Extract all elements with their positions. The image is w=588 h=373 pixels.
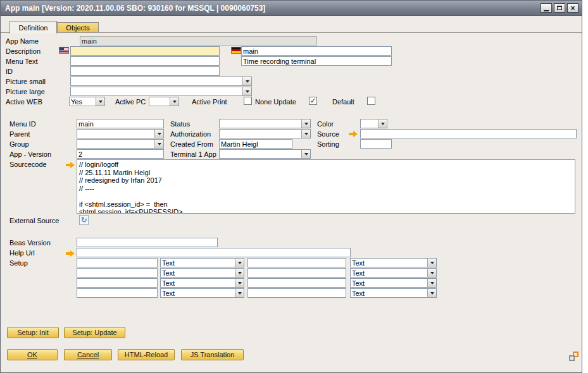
setup-row-4-value1-input[interactable] bbox=[77, 288, 158, 298]
dropdown-arrow-icon[interactable] bbox=[301, 119, 310, 128]
external-source-label: External Source bbox=[9, 217, 59, 225]
resize-grip-icon[interactable] bbox=[569, 352, 579, 361]
description-label: Description bbox=[6, 47, 41, 56]
help-url-label: Help Url bbox=[9, 249, 35, 257]
sourcecode-textarea[interactable]: // login/logoff // 25.11.11 Martin Heigl… bbox=[77, 159, 575, 214]
app-window: App main [Version: 2020.11.00.06 SBO: 93… bbox=[0, 0, 582, 373]
title-bar[interactable]: App main [Version: 2020.11.00.06 SBO: 93… bbox=[1, 1, 582, 16]
default-label: Default bbox=[332, 98, 354, 106]
cancel-button[interactable]: Cancel bbox=[64, 349, 112, 360]
picture-large-label: Picture large bbox=[6, 88, 45, 96]
menu-text-label: Menu Text bbox=[6, 58, 38, 66]
dropdown-arrow-icon[interactable] bbox=[378, 119, 387, 128]
setup-row-3-type1-combo[interactable]: Text bbox=[160, 278, 244, 288]
dropdown-arrow-icon[interactable] bbox=[235, 289, 244, 297]
dropdown-arrow-icon[interactable] bbox=[242, 77, 251, 85]
sourcecode-link-arrow-icon[interactable] bbox=[66, 162, 75, 168]
dropdown-arrow-icon[interactable] bbox=[154, 130, 163, 138]
color-combo[interactable] bbox=[360, 119, 387, 128]
setup-row-3-value2-input[interactable] bbox=[247, 278, 346, 288]
source-link-arrow-icon[interactable] bbox=[349, 131, 358, 137]
created-from-input[interactable] bbox=[219, 139, 292, 149]
active-pc-combo[interactable] bbox=[149, 97, 179, 106]
group-label: Group bbox=[9, 140, 29, 149]
description-de-input[interactable] bbox=[241, 46, 392, 56]
maximize-button[interactable] bbox=[554, 3, 565, 13]
dropdown-arrow-icon[interactable] bbox=[96, 97, 104, 106]
tab-objects-label: Objects bbox=[66, 24, 89, 32]
default-checkbox[interactable] bbox=[367, 97, 375, 105]
dropdown-arrow-icon[interactable] bbox=[154, 140, 163, 148]
html-reload-button[interactable]: HTML-Reload bbox=[118, 349, 175, 360]
terminal1-app-label: Terminal 1 App bbox=[170, 150, 216, 159]
active-web-label: Active WEB bbox=[6, 98, 42, 106]
active-pc-label: Active PC bbox=[115, 98, 146, 106]
tab-definition[interactable]: Definition bbox=[9, 21, 57, 34]
sorting-input[interactable] bbox=[360, 139, 392, 149]
setup-row-2-type1-combo[interactable]: Text bbox=[160, 268, 244, 278]
setup-row-4-type2-combo[interactable]: Text bbox=[350, 288, 437, 298]
app-version-input[interactable] bbox=[77, 149, 164, 159]
id-input[interactable] bbox=[70, 66, 220, 76]
dropdown-arrow-icon[interactable] bbox=[427, 259, 436, 267]
setup-row-2-value2-input[interactable] bbox=[247, 268, 346, 278]
menu-text-de-input[interactable] bbox=[241, 56, 392, 66]
dropdown-arrow-icon[interactable] bbox=[301, 150, 310, 158]
none-update-checkbox[interactable]: ✓ bbox=[309, 97, 317, 105]
dropdown-arrow-icon[interactable] bbox=[170, 97, 178, 106]
setup-row-2-value1-input[interactable] bbox=[77, 268, 158, 278]
picture-small-combo[interactable] bbox=[70, 76, 252, 86]
tab-definition-label: Definition bbox=[19, 24, 48, 32]
setup-row-4-type1-combo[interactable]: Text bbox=[160, 288, 244, 298]
dropdown-arrow-icon[interactable] bbox=[427, 279, 436, 287]
beas-version-input[interactable] bbox=[77, 238, 218, 247]
ok-button[interactable]: OK bbox=[7, 349, 58, 360]
external-source-icon[interactable]: ↻ bbox=[79, 215, 89, 225]
parent-combo[interactable] bbox=[77, 129, 164, 138]
setup-row-3-type2-combo[interactable]: Text bbox=[350, 278, 437, 288]
group-combo[interactable] bbox=[77, 139, 164, 149]
active-print-label: Active Print bbox=[192, 98, 227, 106]
setup-row-1-value1-input[interactable] bbox=[77, 258, 158, 267]
terminal1-app-combo[interactable] bbox=[219, 149, 311, 159]
dropdown-arrow-icon[interactable] bbox=[427, 269, 436, 277]
dropdown-arrow-icon[interactable] bbox=[235, 269, 244, 277]
minimize-button[interactable] bbox=[541, 3, 552, 13]
source-input[interactable] bbox=[360, 129, 577, 138]
close-button[interactable]: × bbox=[567, 3, 579, 13]
setup-row-1-value2-input[interactable] bbox=[247, 258, 346, 267]
help-url-link-arrow-icon[interactable] bbox=[66, 250, 75, 257]
status-combo[interactable] bbox=[219, 119, 311, 128]
sourcecode-label: Sourcecode bbox=[9, 161, 47, 169]
menu-text-input[interactable] bbox=[70, 56, 220, 66]
maximize-icon bbox=[557, 6, 562, 10]
authorization-label: Authorization bbox=[170, 130, 211, 138]
dropdown-arrow-icon[interactable] bbox=[235, 279, 244, 287]
setup-init-button[interactable]: Setup: Init bbox=[7, 327, 59, 338]
window-title: App main [Version: 2020.11.00.06 SBO: 93… bbox=[5, 4, 265, 13]
setup-row-3-value1-input[interactable] bbox=[77, 278, 158, 288]
js-translation-button[interactable]: JS Translation bbox=[181, 349, 244, 360]
active-print-checkbox[interactable] bbox=[244, 97, 252, 105]
active-web-combo[interactable]: Yes bbox=[69, 97, 105, 106]
tab-objects[interactable]: Objects bbox=[57, 22, 99, 32]
dropdown-arrow-icon[interactable] bbox=[427, 289, 436, 297]
dropdown-arrow-icon[interactable] bbox=[242, 87, 251, 95]
authorization-combo[interactable] bbox=[219, 129, 311, 138]
setup-row-4-value2-input[interactable] bbox=[247, 288, 346, 298]
menu-id-label: Menu ID bbox=[9, 120, 36, 128]
description-en-input[interactable] bbox=[70, 46, 220, 56]
dropdown-arrow-icon[interactable] bbox=[235, 259, 244, 267]
help-url-input[interactable] bbox=[77, 248, 351, 257]
close-icon: × bbox=[570, 5, 575, 11]
color-label: Color bbox=[317, 120, 334, 128]
setup-row-1-type2-combo[interactable]: Text bbox=[350, 258, 437, 267]
setup-update-button[interactable]: Setup: Update bbox=[64, 327, 125, 338]
beas-version-label: Beas Version bbox=[9, 239, 51, 247]
setup-row-2-type2-combo[interactable]: Text bbox=[350, 268, 437, 278]
picture-large-combo[interactable] bbox=[70, 87, 252, 96]
dropdown-arrow-icon[interactable] bbox=[301, 130, 310, 138]
menu-id-input[interactable] bbox=[77, 119, 164, 128]
app-name-label: App Name bbox=[6, 37, 39, 46]
setup-row-1-type1-combo[interactable]: Text bbox=[160, 258, 244, 267]
